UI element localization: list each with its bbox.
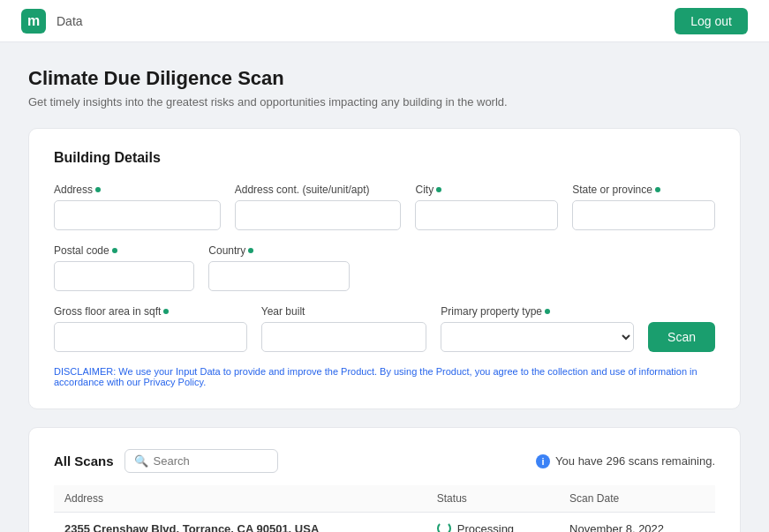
main-content: Climate Due Diligence Scan Get timely in… bbox=[0, 42, 769, 532]
building-details-title: Building Details bbox=[54, 150, 715, 166]
address-group: Address bbox=[54, 184, 221, 230]
scans-remaining-text: You have 296 scans remaining. bbox=[555, 454, 715, 468]
form-row-1: Address Address cont. (suite/unit/apt) C… bbox=[54, 184, 715, 230]
page-subtitle: Get timely insights into the greatest ri… bbox=[28, 95, 741, 109]
col-scandate: Scan Date bbox=[559, 485, 715, 513]
address-cont-group: Address cont. (suite/unit/apt) bbox=[235, 184, 402, 230]
page-title: Climate Due Diligence Scan bbox=[28, 67, 741, 90]
app-label: Data bbox=[57, 14, 83, 28]
address-input[interactable] bbox=[54, 200, 221, 230]
logo-icon: m bbox=[21, 9, 46, 34]
state-group: State or province bbox=[572, 184, 715, 230]
year-group: Year built bbox=[261, 305, 427, 352]
scans-header: All Scans 🔍 i You have 296 scans remaini… bbox=[54, 449, 715, 473]
form-row-3: Gross floor area in sqft Year built Prim… bbox=[54, 305, 715, 352]
postal-input[interactable] bbox=[54, 261, 194, 291]
required-indicator bbox=[248, 248, 253, 253]
header: m Data Log out bbox=[0, 0, 769, 42]
state-label: State or province bbox=[572, 184, 715, 196]
header-left: m Data bbox=[21, 9, 83, 34]
table-row: 2355 Crenshaw Blvd, Torrance, CA 90501, … bbox=[54, 513, 715, 533]
required-indicator bbox=[545, 309, 550, 314]
scans-title: All Scans bbox=[54, 453, 114, 468]
gfa-group: Gross floor area in sqft bbox=[54, 305, 247, 352]
scans-table: Address Status Scan Date 2355 Crenshaw B… bbox=[54, 485, 715, 532]
building-details-card: Building Details Address Address cont. (… bbox=[28, 128, 741, 409]
row-status: Processing bbox=[426, 513, 559, 533]
scans-title-area: All Scans 🔍 bbox=[54, 449, 278, 473]
scan-button[interactable]: Scan bbox=[648, 322, 715, 352]
ptype-select[interactable] bbox=[441, 322, 634, 352]
scans-remaining: i You have 296 scans remaining. bbox=[536, 454, 715, 468]
address-label: Address bbox=[54, 184, 221, 196]
year-label: Year built bbox=[261, 305, 427, 318]
disclaimer-text: DISCLAIMER: We use your Input Data to pr… bbox=[54, 366, 715, 387]
scans-tbody: 2355 Crenshaw Blvd, Torrance, CA 90501, … bbox=[54, 513, 715, 533]
search-box[interactable]: 🔍 bbox=[124, 449, 278, 473]
city-input[interactable] bbox=[415, 200, 558, 230]
postal-group: Postal code bbox=[54, 244, 194, 291]
search-icon: 🔍 bbox=[134, 454, 148, 468]
table-header: Address Status Scan Date bbox=[54, 485, 715, 513]
city-group: City bbox=[415, 184, 558, 230]
col-status: Status bbox=[426, 485, 559, 513]
form-row-2: Postal code Country bbox=[54, 244, 715, 291]
logout-button[interactable]: Log out bbox=[675, 8, 748, 34]
required-indicator bbox=[163, 309, 169, 314]
search-input[interactable] bbox=[154, 454, 268, 468]
required-indicator bbox=[112, 248, 117, 253]
row-address: 2355 Crenshaw Blvd, Torrance, CA 90501, … bbox=[54, 513, 426, 533]
ptype-label: Primary property type bbox=[441, 305, 634, 318]
processing-icon bbox=[437, 521, 451, 532]
ptype-group: Primary property type bbox=[441, 305, 634, 352]
city-label: City bbox=[415, 184, 558, 196]
required-indicator bbox=[655, 187, 660, 192]
address-cont-input[interactable] bbox=[235, 200, 402, 230]
status-text: Processing bbox=[457, 522, 514, 533]
country-group: Country bbox=[208, 244, 349, 291]
postal-label: Postal code bbox=[54, 244, 194, 257]
col-address: Address bbox=[54, 485, 426, 513]
address-cont-label: Address cont. (suite/unit/apt) bbox=[235, 184, 402, 196]
country-input[interactable] bbox=[208, 261, 349, 291]
required-indicator bbox=[436, 187, 441, 192]
gfa-input[interactable] bbox=[54, 322, 247, 352]
country-label: Country bbox=[208, 244, 349, 257]
gfa-label: Gross floor area in sqft bbox=[54, 305, 247, 318]
state-input[interactable] bbox=[572, 200, 715, 230]
required-indicator bbox=[95, 187, 101, 192]
all-scans-card: All Scans 🔍 i You have 296 scans remaini… bbox=[28, 427, 741, 532]
year-input[interactable] bbox=[261, 322, 427, 352]
row-scan-date: November 8, 2022 bbox=[559, 513, 715, 533]
info-icon: i bbox=[536, 454, 550, 468]
